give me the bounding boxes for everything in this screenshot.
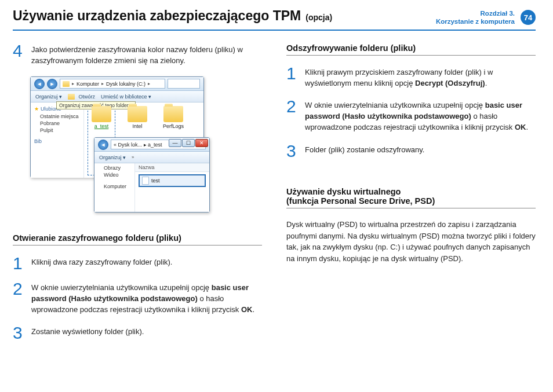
- step-text: Zostanie wyświetlony folder (plik).: [31, 325, 262, 340]
- folder-icon: [63, 81, 70, 87]
- close-button[interactable]: ✕: [195, 139, 208, 147]
- sidebar-images[interactable]: Obrazy: [94, 164, 134, 171]
- page-number-badge: 74: [521, 10, 536, 25]
- search-input[interactable]: [168, 79, 200, 89]
- nav-sidebar: ★Ulubione Ostatnie miejsca Pobrane Pulpi…: [31, 102, 84, 178]
- open-step-3: 3 Zostanie wyświetlony folder (plik).: [13, 325, 262, 340]
- step-text: W oknie uwierzytelniania użytkownika uzu…: [31, 281, 262, 316]
- chapter-line1: Rozdział 3.: [436, 9, 515, 17]
- folder-icon: [128, 106, 147, 122]
- page-header: Używanie urządzenia zabezpieczającego TP…: [13, 8, 536, 31]
- sidebar-recent[interactable]: Ostatnie miejsca: [31, 113, 83, 120]
- step-text: Kliknij dwa razy zaszyfrowany folder (pl…: [31, 256, 262, 271]
- explorer-window-2: ◄ « Dysk lok... ▸ a_test — ☐ ✕ Organizuj…: [94, 137, 210, 213]
- page-title-option: (opcja): [305, 13, 332, 22]
- step-number: 4: [13, 43, 26, 67]
- step-text: Folder (plik) zostanie odszyfrowany.: [305, 144, 536, 159]
- step-number: 1: [13, 256, 26, 271]
- decrypt-step-2: 2 W oknie uwierzytelniania użytkownika u…: [286, 99, 536, 133]
- organize-menu[interactable]: Organizuj ▾: [99, 155, 126, 160]
- chapter-line2: Korzystanie z komputera: [436, 17, 515, 25]
- subheading-psd: Używanie dysku wirtualnego (funkcja Pers…: [286, 187, 536, 208]
- open-step-2: 2 W oknie uwierzytelniania użytkownika u…: [13, 281, 262, 316]
- organize-menu[interactable]: Organizuj ▾: [35, 94, 62, 100]
- page-title: Używanie urządzenia zabezpieczającego TP…: [13, 8, 301, 24]
- file-test[interactable]: test: [139, 174, 206, 187]
- decrypt-step-3: 3 Folder (plik) zostanie odszyfrowany.: [286, 144, 536, 159]
- address-bar[interactable]: ▸ Komputer ▸ Dysk lokalny (C:) ▸: [60, 79, 165, 89]
- toolbar: Organizuj ▾ Otwórz Umieść w bibliotece ▾…: [31, 91, 203, 102]
- sidebar-computer[interactable]: Komputer: [94, 183, 134, 190]
- sidebar-libraries[interactable]: Bib: [31, 137, 83, 145]
- subheading-open-encrypted: Otwieranie zaszyfrowanego folderu (pliku…: [13, 233, 262, 246]
- file-label: test: [151, 178, 160, 184]
- forward-button[interactable]: ►: [47, 79, 57, 89]
- maximize-button[interactable]: ☐: [182, 139, 195, 147]
- folder-label: Intel: [125, 123, 150, 129]
- step-text: W oknie uwierzytelniania użytkownika uzu…: [305, 99, 536, 133]
- folder-label: a_test: [89, 123, 114, 129]
- open-step-1: 1 Kliknij dwa razy zaszyfrowany folder (…: [13, 256, 262, 271]
- folder-icon: [68, 94, 75, 100]
- folder-icon: [163, 106, 183, 122]
- open-button[interactable]: Otwórz: [68, 94, 95, 100]
- step-number: 2: [286, 99, 299, 133]
- subheading-decrypt: Odszyfrowywanie folderu (pliku): [286, 43, 536, 56]
- sidebar-downloads[interactable]: Pobrane: [31, 120, 83, 127]
- decrypt-step-1: 1 Kliknij prawym przyciskiem zaszyfrowan…: [286, 66, 536, 89]
- file-icon: [142, 177, 149, 185]
- toolbar: Organizuj ▾ »: [94, 152, 209, 163]
- back-button[interactable]: ◄: [98, 140, 108, 150]
- step-4: 4 Jako potwierdzenie zaszyfrowania kolor…: [13, 43, 262, 67]
- psd-heading-line1: Używanie dysku wirtualnego: [286, 187, 401, 196]
- step-number: 3: [13, 325, 26, 340]
- step-text: Jako potwierdzenie zaszyfrowania kolor n…: [31, 43, 262, 67]
- back-button[interactable]: ◄: [34, 79, 45, 89]
- step-number: 2: [13, 281, 26, 316]
- nav-sidebar: Obrazy Wideo Komputer: [94, 163, 135, 212]
- step-number: 3: [286, 144, 299, 159]
- step-text: Kliknij prawym przyciskiem zaszyfrowany …: [305, 66, 536, 89]
- breadcrumb[interactable]: Komputer: [77, 81, 99, 87]
- psd-paragraph: Dysk wirtualny (PSD) to wirtualna przest…: [286, 219, 536, 264]
- sidebar-desktop[interactable]: Pulpit: [31, 127, 83, 134]
- folder-label: PerfLogs: [161, 123, 186, 129]
- library-menu[interactable]: Umieść w bibliotece ▾: [101, 94, 151, 100]
- column-header-name[interactable]: Nazwa: [135, 163, 209, 172]
- explorer-screenshot: ◄ ► ▸ Komputer ▸ Dysk lokalny (C:) ▸: [30, 76, 204, 178]
- folder-icon: [92, 106, 111, 122]
- sidebar-video[interactable]: Wideo: [94, 171, 134, 178]
- chapter-label: Rozdział 3. Korzystanie z komputera: [436, 9, 515, 26]
- psd-heading-line2: (funkcja Personal Secure Drive, PSD): [286, 196, 435, 206]
- minimize-button[interactable]: —: [169, 139, 181, 147]
- step-number: 1: [286, 66, 299, 89]
- star-icon: ★: [34, 106, 39, 112]
- breadcrumb[interactable]: Dysk lokalny (C:): [106, 81, 145, 87]
